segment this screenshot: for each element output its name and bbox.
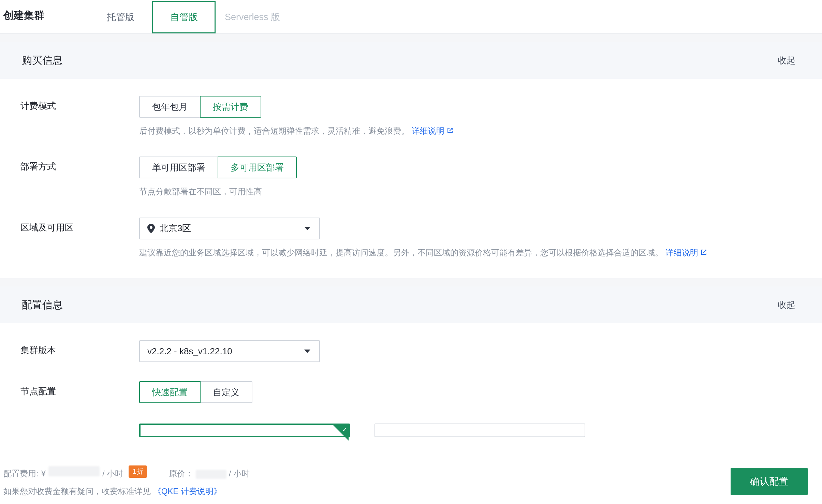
location-pin-icon (147, 224, 155, 233)
billing-helper-link[interactable]: 详细说明 (412, 124, 453, 137)
billing-doc-link[interactable]: 《QKE 计费说明》 (153, 487, 222, 496)
tab-managed[interactable]: 托管版 (89, 1, 152, 33)
billing-ondemand[interactable]: 按需计费 (200, 96, 261, 118)
original-price-unit: / 小时 (229, 469, 250, 478)
region-select[interactable]: 北京3区 (139, 218, 320, 239)
collapse-config[interactable]: 收起 (778, 299, 795, 311)
node-preset-card[interactable] (375, 424, 585, 437)
original-price-redacted (196, 470, 226, 479)
region-helper: 建议靠近您的业务区域选择区域，可以减少网络时延，提高访问速度。另外，不同区域的资… (139, 246, 802, 259)
label-deploy-mode: 部署方式 (20, 157, 139, 173)
cost-line: 配置费用: ¥ / 小时 1折 原价： / 小时 (3, 466, 250, 480)
deploy-multi-az[interactable]: 多可用区部署 (218, 157, 297, 178)
billing-mode-group: 包年包月 按需计费 (139, 96, 261, 118)
currency-symbol: ¥ (41, 469, 46, 478)
cost-unit: / 小时 (102, 468, 123, 479)
label-billing-mode: 计费模式 (20, 96, 139, 112)
external-link-icon (446, 124, 453, 137)
deploy-mode-group: 单可用区部署 多可用区部署 (139, 157, 297, 178)
footer-bar: 配置费用: ¥ / 小时 1折 原价： / 小时 如果您对收费金额有疑问，收费标… (0, 456, 822, 504)
external-link-icon (700, 246, 707, 259)
region-helper-text: 建议靠近您的业务区域选择区域，可以减少网络时延，提高访问速度。另外，不同区域的资… (139, 248, 663, 257)
cluster-type-tabs: 托管版 自管版 Serverless 版 (89, 1, 289, 33)
deploy-single-az[interactable]: 单可用区部署 (139, 157, 218, 178)
purchase-info-section: 购买信息 收起 计费模式 包年包月 按需计费 后付费模式，以秒为单位计费，适合短… (0, 42, 822, 278)
confirm-button[interactable]: 确认配置 (731, 468, 808, 495)
region-helper-link[interactable]: 详细说明 (665, 246, 707, 259)
check-icon: ✓ (342, 426, 347, 433)
billing-helper-text: 后付费模式，以秒为单位计费，适合短期弹性需求，灵活精准，避免浪费。 (139, 126, 409, 135)
label-cluster-version: 集群版本 (20, 340, 139, 356)
node-config-group: 快速配置 自定义 (139, 381, 252, 403)
cost-value-redacted (48, 466, 100, 476)
node-custom-config[interactable]: 自定义 (201, 381, 252, 403)
config-info-section: 配置信息 收起 集群版本 v2.2.2 - k8s_v1.22.10 节点配置 (0, 286, 822, 451)
cost-label: 配置费用: (3, 468, 39, 479)
footer-help-text: 如果您对收费金额有疑问，收费标准详见 《QKE 计费说明》 (3, 486, 250, 497)
section-title-purchase: 购买信息 (22, 54, 63, 68)
node-preset-cards: ✓ (139, 424, 802, 437)
billing-helper: 后付费模式，以秒为单位计费，适合短期弹性需求，灵活精准，避免浪费。 详细说明 (139, 124, 802, 137)
collapse-purchase[interactable]: 收起 (778, 55, 795, 66)
discount-badge: 1折 (129, 465, 147, 478)
cluster-version-value: v2.2.2 - k8s_v1.22.10 (147, 346, 232, 357)
billing-yearly-monthly[interactable]: 包年包月 (139, 96, 201, 118)
cluster-version-select[interactable]: v2.2.2 - k8s_v1.22.10 (139, 340, 320, 362)
chevron-down-icon (304, 227, 310, 230)
chevron-down-icon (304, 350, 310, 353)
label-region-az: 区域及可用区 (20, 218, 139, 234)
tab-serverless[interactable]: Serverless 版 (216, 1, 289, 33)
label-node-config: 节点配置 (20, 381, 139, 397)
original-price-label: 原价： (169, 469, 193, 478)
deploy-helper: 节点分散部署在不同区，可用性高 (139, 185, 802, 198)
node-preset-card-selected[interactable]: ✓ (139, 424, 350, 437)
tab-self-managed[interactable]: 自管版 (152, 1, 216, 33)
node-quick-config[interactable]: 快速配置 (139, 381, 201, 403)
region-value: 北京3区 (160, 222, 191, 234)
section-title-config: 配置信息 (22, 298, 63, 312)
page-title: 创建集群 (3, 9, 44, 33)
